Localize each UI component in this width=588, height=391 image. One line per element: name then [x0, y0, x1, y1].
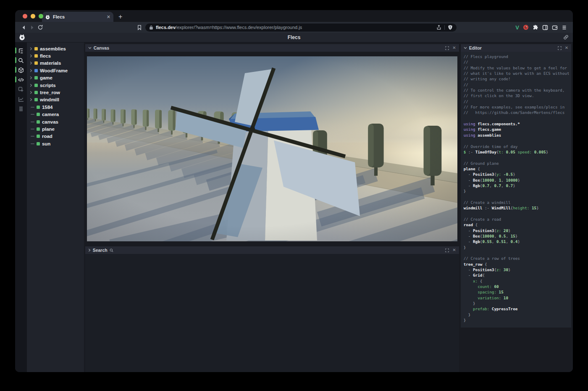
code-line: windmill :- WindMill{height: 15}: [464, 205, 571, 211]
tree-item-camera[interactable]: camera: [27, 111, 84, 118]
scene-cube-icon[interactable]: [15, 65, 27, 75]
entity-color-square: [34, 76, 38, 79]
wallet-icon[interactable]: [552, 25, 558, 30]
fullscreen-icon[interactable]: [445, 46, 449, 50]
adblock-icon[interactable]: [523, 24, 529, 30]
tree-item-assemblies[interactable]: assemblies: [27, 45, 84, 52]
code-line: prefab: CypressTree: [464, 306, 571, 312]
canvas-panel-header[interactable]: Canvas ✕: [85, 44, 459, 52]
tree-item-sun[interactable]: sun: [27, 140, 84, 147]
code-line: - Grid{: [464, 272, 571, 278]
nav-icon-list: [15, 42, 27, 372]
logs-icon[interactable]: [15, 104, 27, 114]
menu-icon[interactable]: [562, 25, 567, 30]
search-panel-header[interactable]: Search ✕: [85, 246, 459, 254]
tree-item-label: game: [40, 75, 52, 80]
code-line: x: {: [464, 278, 571, 284]
tree-item-windmill[interactable]: windmill: [27, 96, 84, 103]
code-icon[interactable]: [15, 75, 27, 85]
tree-item-flecs[interactable]: flecs: [27, 52, 84, 59]
tab-title: Flecs: [53, 14, 65, 19]
share-link-icon[interactable]: [563, 34, 569, 40]
code-line: // Modify the values below to get a feel…: [464, 65, 571, 71]
extensions-icon[interactable]: [533, 24, 538, 30]
tree-item-canvas[interactable]: canvas: [27, 118, 84, 125]
tree-item-label: windmill: [40, 97, 59, 102]
code-line: plane {: [464, 166, 571, 172]
inspector-icon[interactable]: [15, 85, 27, 94]
tree-item-scripts[interactable]: scripts: [27, 82, 84, 89]
search-icon[interactable]: [15, 55, 27, 65]
code-line: [464, 155, 571, 160]
expand-chevron-icon[interactable]: [30, 91, 32, 94]
shield-icon[interactable]: [448, 25, 453, 30]
expand-chevron-icon[interactable]: [30, 54, 32, 58]
entity-color-square: [37, 113, 40, 116]
canvas-panel-title: Canvas: [94, 45, 109, 50]
vue-devtools-icon[interactable]: V: [515, 24, 519, 31]
tree-item-materials[interactable]: materials: [27, 60, 84, 67]
app-header: Flecs: [15, 33, 573, 42]
expand-chevron-icon[interactable]: [30, 69, 32, 72]
code-line: }: [464, 312, 571, 317]
code-line: // writing any code!: [464, 76, 571, 82]
entity-color-square: [37, 127, 40, 131]
leaf-dash: [31, 136, 34, 137]
stats-chart-icon[interactable]: [15, 94, 27, 104]
tree-item-label: camera: [42, 112, 59, 117]
close-panel-icon[interactable]: ✕: [565, 46, 568, 50]
sidebar-toggle-icon[interactable]: [542, 25, 548, 30]
leaf-dash: [31, 129, 34, 129]
tree-item-tree_row[interactable]: tree_row: [27, 89, 84, 96]
tree-item-label: canvas: [42, 119, 58, 124]
expand-chevron-icon[interactable]: [30, 98, 32, 101]
share-icon[interactable]: [436, 25, 441, 30]
fullscreen-icon[interactable]: [445, 248, 449, 252]
new-tab-button[interactable]: +: [118, 13, 122, 21]
tree-item-1584[interactable]: 1584: [27, 103, 84, 111]
tab-flecs[interactable]: Flecs ✕: [42, 12, 113, 22]
entity-tree-icon[interactable]: [15, 46, 27, 55]
code-editor[interactable]: // Flecs playground//// Modify the value…: [461, 52, 571, 328]
code-line: // To control the camera with the keyboa…: [464, 87, 571, 93]
code-line: // Create a road: [464, 217, 571, 222]
tree-item-road[interactable]: road: [27, 133, 84, 140]
zoom-window-button[interactable]: [39, 14, 43, 18]
tree-item-WoodFrame[interactable]: WoodFrame: [27, 67, 84, 74]
tree-item-plane[interactable]: plane: [27, 125, 84, 132]
reload-button[interactable]: [36, 23, 45, 32]
url-bar[interactable]: flecs.dev/explorer/?wasm=https://www.fle…: [145, 24, 457, 32]
code-line: using flecs.components.*: [464, 121, 571, 127]
tab-close-icon[interactable]: ✕: [107, 14, 110, 20]
search-results-area: [85, 254, 459, 372]
entity-color-square: [34, 69, 38, 72]
leaf-dash: [31, 122, 34, 122]
expand-chevron-icon[interactable]: [30, 84, 32, 87]
tree-item-label: assemblies: [40, 46, 66, 51]
code-line: spacing: 15: [464, 289, 571, 295]
expand-chevron-icon[interactable]: [30, 76, 32, 79]
expand-chevron-icon[interactable]: [30, 61, 32, 65]
expand-chevron-icon[interactable]: [30, 47, 32, 50]
close-panel-icon[interactable]: ✕: [452, 46, 456, 50]
code-line: $ :- TimeOfDay{t: 0.05 speed: 0.005}: [464, 149, 571, 155]
back-button[interactable]: [19, 23, 28, 32]
code-line: using flecs.game: [464, 127, 571, 132]
tree-item-label: sun: [42, 141, 50, 146]
editor-panel-header[interactable]: Editor ✕: [461, 44, 571, 52]
code-line: // For more examples, see examples/plecs…: [464, 104, 571, 110]
entity-color-square: [37, 142, 40, 145]
bookmark-icon[interactable]: [135, 23, 144, 32]
fullscreen-icon[interactable]: [558, 46, 562, 50]
minimize-window-button[interactable]: [31, 14, 35, 18]
tree-item-game[interactable]: game: [27, 74, 84, 82]
close-window-button[interactable]: [23, 14, 27, 18]
close-panel-icon[interactable]: ✕: [452, 248, 456, 252]
forward-button[interactable]: [28, 23, 36, 32]
code-line: [464, 211, 571, 217]
browser-window: Flecs ✕ + flecs.dev/explorer/?wasm=https…: [15, 10, 573, 372]
tree-item-label: road: [42, 134, 52, 139]
code-line: }: [464, 245, 571, 250]
3d-canvas[interactable]: [87, 56, 457, 241]
code-line: // Override time of day: [464, 144, 571, 149]
